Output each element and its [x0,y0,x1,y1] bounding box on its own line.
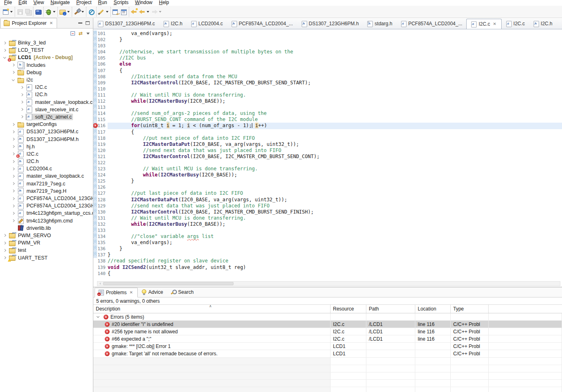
dropdown-arrow-icon[interactable] [82,11,84,13]
code-line[interactable]: 102 } [93,37,562,43]
code-line[interactable]: 115 //BURST_SEND_CONT command of the I2C… [93,117,562,123]
expander-icon[interactable] [3,42,6,44]
expander-icon[interactable] [3,249,6,252]
code-line[interactable]: 112 while(I2CMasterBusy(I2C0_BASE)); [93,98,562,104]
code-line[interactable]: 137} [93,252,562,258]
editor-tab-i2c-h[interactable]: I2C.h [529,18,557,29]
expander-icon[interactable] [20,93,23,96]
expander-icon[interactable] [12,175,15,178]
code-line[interactable]: 139void I2CSend2(uint32_t slave_addr, ui… [93,264,562,271]
problems-group-row[interactable]: xErrors (5 items) [93,313,562,321]
expander-icon[interactable] [12,160,15,163]
expander-icon[interactable] [12,138,15,141]
expander-icon[interactable] [12,71,15,74]
menu-window[interactable]: Window [132,0,156,6]
code-line[interactable]: 136 } [93,246,562,252]
problem-row[interactable]: x#256 type name is not allowedI2C.c/LCD1… [93,328,562,335]
tree-item-master-slave-loopback-c[interactable]: master_slave_loopback.c [0,172,93,180]
code-line[interactable]: x116 for(uint8_t i = 1; i < (num_of_args… [93,123,562,129]
close-icon[interactable]: ✕ [129,290,134,295]
search-button[interactable] [87,7,95,16]
dropdown-arrow-icon[interactable] [106,11,108,13]
menu-view[interactable]: View [30,0,47,6]
dropdown-arrow-icon[interactable] [159,11,161,13]
expander-icon[interactable] [20,101,23,104]
menu-navigate[interactable]: Navigate [47,0,73,6]
new-button[interactable] [2,7,14,16]
code-line[interactable]: 132 while(I2CMasterBusy(I2C0_BASE)); [93,221,562,227]
tree-item-lcd1[interactable]: ccsxLCD1[Active - Debug] [0,54,93,61]
tree-item-i2c-c[interactable]: xI2C.c [0,150,93,158]
menu-file[interactable]: File [1,0,15,6]
tree-item-includes[interactable]: Includes [0,62,93,69]
code-line[interactable]: 103 [93,43,562,49]
code-line[interactable]: 109 I2CMasterControl(I2C0_BASE, I2C_MAST… [93,80,562,86]
last-edit-location-button[interactable] [112,7,120,16]
expander-icon[interactable] [3,49,6,52]
minimize-button[interactable] [78,22,82,24]
close-icon[interactable]: ✕ [48,21,53,26]
expander-icon[interactable] [12,219,15,222]
expander-icon[interactable] [12,182,15,185]
tree-item-i2c-h[interactable]: I2C.h [0,91,93,98]
code-line[interactable]: 133 [93,227,562,233]
flash-button[interactable] [59,7,71,16]
code-line[interactable]: 107 { [93,68,562,74]
code-line[interactable]: 101 va_end(vargs); [93,31,562,37]
code-line[interactable]: 130 I2CMasterControl(I2C0_BASE, I2C_MAST… [93,209,562,215]
collapse-all-button[interactable] [71,31,75,35]
scroll-left-icon[interactable]: ‹ [97,282,103,286]
pin-editor-button[interactable] [120,7,128,16]
menu-project[interactable]: Project [73,0,95,6]
highlight-pen-button[interactable] [97,7,110,16]
code-line[interactable]: 124 while(I2CMasterBusy(I2C0_BASE)); [93,172,562,178]
expander-icon[interactable] [12,212,15,215]
tree-item-binky-3-led[interactable]: ccsBinky_3_led [0,39,93,46]
tree-item-debug[interactable]: Debug [0,69,93,76]
editor-tab-lcd2004-c[interactable]: LCD2004.c [187,18,227,29]
code-line[interactable]: 135 va_end(vargs); [93,240,562,246]
problems-tab-search[interactable]: Search [167,287,197,297]
code-line[interactable]: 131 // Wait until MCU is done transferri… [93,215,562,221]
tree-item-max7219-7seg-h[interactable]: max7219_7seg.H [0,187,93,195]
code-line[interactable]: 125 } [93,178,562,184]
expander-icon[interactable] [20,86,23,89]
menu-help[interactable]: Help [156,0,172,6]
project-explorer-tab[interactable]: Project Explorer ✕ [0,18,57,28]
expander-icon[interactable] [12,123,15,126]
expander-icon[interactable] [12,205,15,207]
dropdown-arrow-icon[interactable] [10,11,13,13]
tree-item-ds1307-123gh6pm-h[interactable]: DS1307_123GH6PM.h [0,135,93,143]
code-line[interactable]: 114 //send num_of_args-2 pieces of data,… [93,110,562,117]
expander-icon[interactable] [3,56,6,59]
editor-tab-i2c-c[interactable]: I2C.c✕ [466,19,501,29]
expander-icon[interactable] [12,145,15,148]
maximize-button[interactable] [86,21,90,25]
tree-item-tm4c123gh6pm-startup-ccs-c[interactable]: tm4c123gh6pm_startup_ccs.c [0,209,93,217]
back-to-last-edit-button[interactable] [130,7,138,16]
tree-item-pcf8574a-lcd2004-123gh6p[interactable]: PCF8574A_LCD2004_123GH6P [0,195,93,202]
console-button[interactable] [34,7,42,16]
expander-icon[interactable] [3,234,6,237]
code-line[interactable]: 118 //put next piece of data into I2C FI… [93,135,562,141]
dropdown-arrow-icon[interactable] [147,11,149,13]
tree-item-hj-h[interactable]: hj.h [0,143,93,150]
problem-row[interactable]: x#66 expected a ";"I2C.c/LCD1line 116C/C… [93,335,562,343]
expander-icon[interactable] [20,108,23,111]
code-editor[interactable]: 101 va_end(vargs);102 }103104 //otherwis… [93,29,562,287]
column-header-description[interactable]: Description [93,305,331,313]
tree-item-pcf8574a-lcd2004-123gh6p[interactable]: PCF8574A_LCD2004_123GH6P [0,202,93,209]
code-line[interactable]: 126 [93,184,562,190]
tree-item-pwm-vr[interactable]: ccsPWM_VR [0,239,93,247]
problems-tab-problems[interactable]: Problems✕ [95,288,138,297]
editor-tab-ds1307-123gh6pm-c[interactable]: DS1307_123GH6PM.c [93,18,159,29]
close-icon[interactable]: ✕ [492,22,497,26]
tree-item-driverlib-lib[interactable]: driverlib.lib [0,225,93,232]
expander-icon[interactable] [20,115,23,118]
tree-item-slave-receive-int-c[interactable]: slave_receive_int.c [0,106,93,113]
editor-tab-pcf8574a-lcd2004-[interactable]: PCF8574A_LCD2004_... [397,18,467,29]
problems-tab-advice[interactable]: Advice [138,287,167,297]
problem-row[interactable]: x#20 identifier "i" is undefinedI2C.c/LC… [93,321,562,328]
tree-item-master-slave-loopback-c[interactable]: master_slave_loopback.c [0,99,93,106]
save-all-button[interactable] [24,7,32,16]
